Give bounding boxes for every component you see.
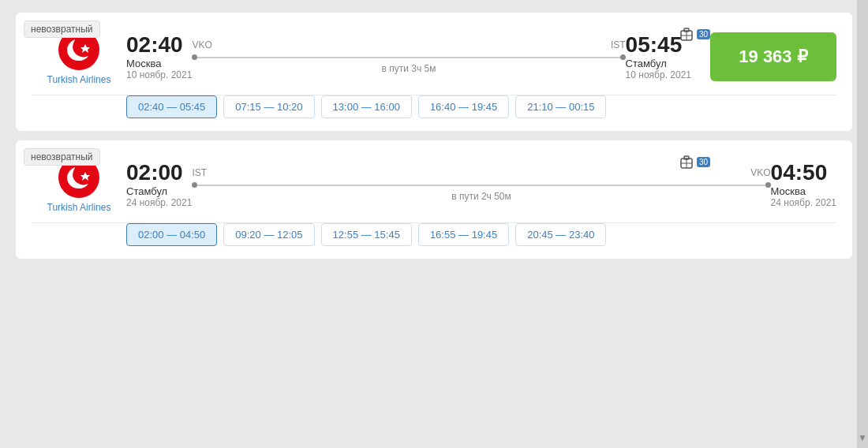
departure-city: Стамбул: [126, 185, 192, 197]
flight-main-row: Turkish Airlines 02:40 Москва 10 ноябр. …: [16, 13, 852, 95]
arrival-date: 10 ноябр. 2021: [626, 69, 691, 80]
baggage-info: 30: [678, 25, 710, 43]
flight-card-1: невозвратный Turkish Airlines 02:40 Моск…: [16, 13, 852, 131]
airline-name: Turkish Airlines: [47, 74, 111, 85]
baggage-icon: [678, 153, 695, 170]
airline-name: Turkish Airlines: [47, 202, 111, 213]
arrival-airport: VKO: [750, 167, 770, 178]
flights-container: невозвратный Turkish Airlines 02:40 Моск…: [16, 13, 852, 259]
departure-airport: VKO: [192, 39, 211, 50]
non-refundable-badge: невозвратный: [24, 21, 100, 38]
duration: в пути 3ч 5м: [382, 63, 436, 74]
departure-airport: IST: [192, 167, 207, 178]
departure-time: 02:40: [126, 33, 192, 58]
time-option-3[interactable]: 12:55 — 15:45: [321, 223, 412, 246]
time-option-3[interactable]: 13:00 — 16:00: [321, 95, 412, 118]
arrival-block: 04:50 Москва 24 ноябр. 2021: [771, 161, 836, 208]
arrival-city: Москва: [771, 185, 836, 197]
price-button[interactable]: 19 363 ₽: [710, 32, 836, 81]
time-option-1[interactable]: 02:00 — 04:50: [126, 223, 217, 246]
baggage-weight: 30: [697, 29, 710, 39]
arrival-date: 24 ноябр. 2021: [771, 197, 836, 208]
departure-time: 02:00: [126, 161, 192, 185]
airport-codes: VKO IST: [192, 39, 625, 50]
time-option-2[interactable]: 09:20 — 12:05: [223, 223, 314, 246]
flight-card-2: невозвратный Turkish Airlines 02:00 Стам…: [16, 140, 852, 259]
scrollbar[interactable]: ▼: [857, 0, 868, 448]
arrival-city: Стамбул: [626, 58, 691, 69]
time-options: 02:00 — 04:5009:20 — 12:0512:55 — 15:451…: [16, 223, 852, 259]
time-options: 02:40 — 05:4507:15 — 10:2013:00 — 16:001…: [16, 95, 852, 131]
flight-main-row: Turkish Airlines 02:00 Стамбул 24 ноябр.…: [16, 140, 852, 222]
time-option-4[interactable]: 16:55 — 19:45: [418, 223, 509, 246]
departure-city: Москва: [126, 58, 192, 69]
departure-block: 02:40 Москва 10 ноябр. 2021: [126, 33, 192, 80]
baggage-icon: [678, 25, 695, 43]
baggage-weight: 30: [697, 157, 710, 167]
route-line: [192, 185, 770, 186]
route-middle: IST VKO в пути 2ч 50м: [192, 167, 770, 202]
departure-date: 24 ноябр. 2021: [126, 197, 192, 208]
departure-date: 10 ноябр. 2021: [126, 69, 192, 80]
non-refundable-badge: невозвратный: [24, 148, 100, 166]
time-option-1[interactable]: 02:40 — 05:45: [126, 95, 217, 118]
time-option-2[interactable]: 07:15 — 10:20: [223, 95, 314, 118]
time-option-5[interactable]: 21:10 — 00:15: [515, 95, 606, 118]
route-line: [192, 57, 625, 58]
arrival-time: 04:50: [771, 161, 836, 185]
arrival-airport: IST: [611, 39, 626, 50]
time-option-4[interactable]: 16:40 — 19:45: [418, 95, 509, 118]
duration: в пути 2ч 50м: [451, 191, 511, 202]
baggage-info: 30: [678, 153, 710, 170]
departure-block: 02:00 Стамбул 24 ноябр. 2021: [126, 161, 192, 208]
route-middle: VKO IST в пути 3ч 5м: [192, 39, 625, 74]
scroll-down-arrow[interactable]: ▼: [858, 432, 867, 443]
time-option-5[interactable]: 20:45 — 23:40: [515, 223, 606, 246]
